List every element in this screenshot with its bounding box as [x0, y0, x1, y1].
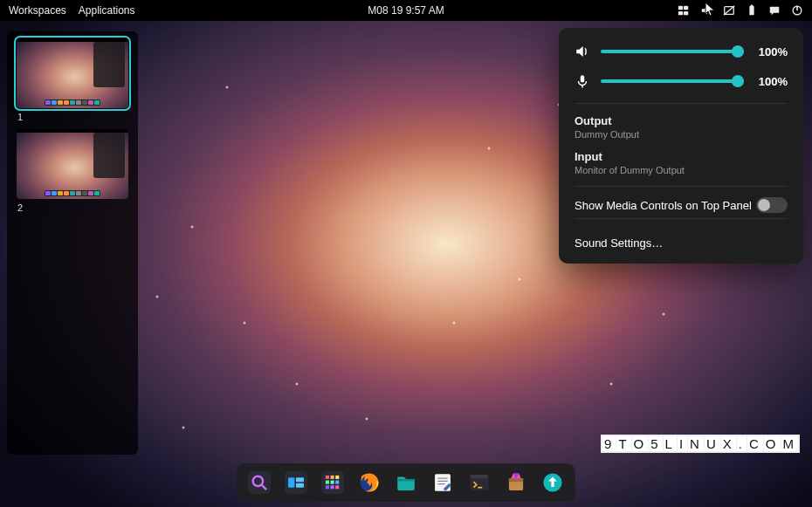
svg-rect-18	[296, 483, 304, 488]
window-list-icon[interactable]	[678, 4, 690, 17]
svg-rect-17	[296, 477, 304, 482]
svg-rect-36	[470, 475, 488, 478]
package-installer-icon[interactable]	[502, 469, 530, 497]
svg-rect-24	[331, 481, 334, 484]
app-grid-icon[interactable]	[319, 469, 347, 497]
svg-rect-22	[335, 476, 339, 479]
svg-line-5	[724, 6, 734, 16]
terminal-icon[interactable]	[465, 469, 493, 497]
svg-rect-0	[678, 6, 683, 10]
svg-rect-30	[397, 479, 415, 481]
svg-rect-26	[326, 485, 329, 489]
mouse-cursor-icon	[705, 2, 717, 21]
svg-rect-16	[288, 477, 294, 487]
workspace-label-2: 2	[17, 202, 131, 213]
panel-applications-button[interactable]: Applications	[79, 4, 135, 17]
media-controls-toggle[interactable]	[756, 197, 788, 213]
input-device-label[interactable]: Monitor of Dummy Output	[575, 165, 788, 175]
svg-rect-28	[335, 485, 339, 489]
screenshot-tray-icon[interactable]	[723, 4, 735, 17]
svg-rect-27	[331, 485, 334, 489]
microphone-icon	[575, 73, 590, 89]
dock	[237, 463, 575, 502]
svg-rect-10	[581, 75, 585, 82]
divider	[575, 103, 788, 104]
files-icon[interactable]	[392, 469, 420, 497]
speaker-icon	[575, 44, 590, 59]
divider	[575, 186, 788, 187]
sound-settings-link[interactable]: Sound Settings…	[575, 230, 788, 253]
svg-rect-7	[751, 4, 754, 6]
workspaces-app-icon[interactable]	[282, 469, 310, 497]
output-heading: Output	[575, 114, 788, 127]
firefox-icon[interactable]	[355, 469, 383, 497]
svg-rect-31	[435, 474, 451, 491]
workspace-thumb-2[interactable]	[17, 129, 128, 199]
chat-tray-icon[interactable]	[768, 4, 781, 17]
battery-tray-icon[interactable]	[746, 4, 758, 17]
panel-clock[interactable]: M08 19 9:57 AM	[368, 4, 444, 17]
output-volume-percent: 100%	[754, 45, 788, 58]
input-volume-slider[interactable]	[601, 75, 744, 87]
output-device-label[interactable]: Dummy Output	[575, 129, 788, 140]
workspace-label-1: 1	[17, 112, 131, 122]
svg-rect-12	[248, 471, 271, 494]
upgrade-icon[interactable]	[539, 469, 567, 497]
svg-rect-20	[326, 476, 329, 479]
svg-rect-3	[684, 11, 688, 15]
app-store-icon[interactable]	[245, 469, 273, 497]
svg-rect-21	[331, 476, 334, 479]
svg-rect-23	[326, 481, 329, 484]
workspace-thumb-1[interactable]	[17, 38, 128, 108]
svg-rect-6	[749, 6, 754, 16]
text-editor-icon[interactable]	[429, 469, 457, 497]
watermark-text: 9TO5LINUX.COM	[601, 435, 800, 453]
divider	[575, 218, 788, 219]
sound-popover: 100% 100% Output Dummy Output Input Moni…	[559, 28, 803, 264]
panel-workspaces-button[interactable]: Workspaces	[9, 4, 66, 17]
workspace-switcher-pane: 1 2	[7, 31, 138, 455]
svg-rect-2	[678, 11, 683, 15]
svg-rect-1	[684, 6, 688, 10]
input-heading: Input	[575, 150, 788, 163]
power-tray-icon[interactable]	[791, 4, 803, 17]
svg-rect-25	[335, 481, 339, 484]
svg-rect-15	[285, 471, 307, 494]
media-controls-toggle-label: Show Media Controls on Top Panel	[575, 199, 752, 212]
top-panel: Workspaces Applications M08 19 9:57 AM	[0, 0, 812, 21]
input-volume-percent: 100%	[754, 75, 788, 88]
svg-rect-38	[509, 478, 523, 482]
output-volume-slider[interactable]	[601, 45, 744, 58]
